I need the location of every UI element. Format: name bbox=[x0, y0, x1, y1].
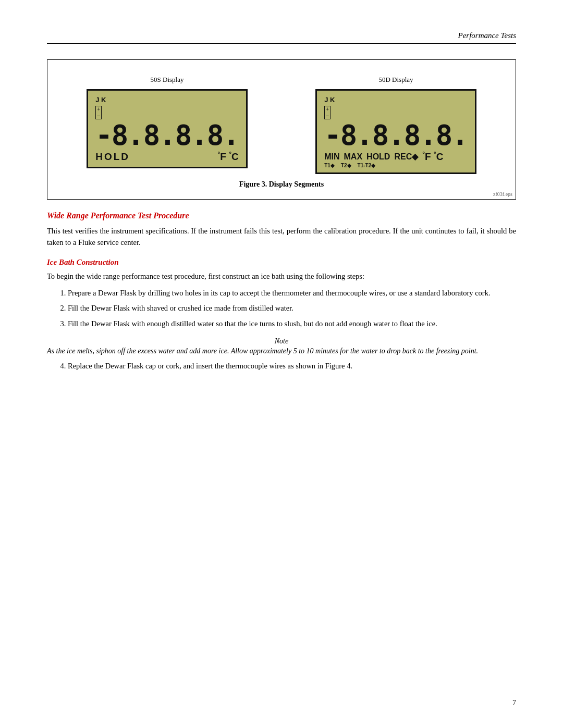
display-50d: 50D Display J K +– -8.8.8.8. MIN MAX bbox=[315, 76, 476, 174]
fc-label-50s: °F °C bbox=[218, 151, 239, 163]
step-4: Replace the Dewar Flask cap or cork, and… bbox=[68, 361, 516, 372]
display-50s: 50S Display J K +– -8.8.8.8. HOLD °F °C bbox=[87, 76, 248, 168]
top-indicators-50s: J K bbox=[95, 96, 239, 104]
t1-label: T1◆ bbox=[324, 163, 335, 168]
page-header: Performance Tests bbox=[47, 31, 516, 44]
ice-bath-steps: Prepare a Dewar Flask by drilling two ho… bbox=[68, 288, 516, 330]
fc-label-50d: °F °C bbox=[422, 151, 443, 163]
display-50s-label: 50S Display bbox=[151, 76, 184, 84]
step-2: Fill the Dewar Flask with shaved or crus… bbox=[68, 303, 516, 314]
ice-bath-section: Ice Bath Construction To begin the wide … bbox=[47, 258, 516, 372]
note-section: Note As the ice melts, siphon off the ex… bbox=[47, 337, 516, 356]
figure-ref: zf03f.eps bbox=[493, 191, 512, 197]
step-1: Prepare a Dewar Flask by drilling two ho… bbox=[68, 288, 516, 299]
page-number: 7 bbox=[512, 699, 516, 707]
min-max-row: MIN MAX HOLD REC◆ °F °C bbox=[324, 151, 443, 163]
wide-range-section: Wide Range Performance Test Procedure Th… bbox=[47, 211, 516, 249]
hold-label-50d: HOLD bbox=[366, 152, 390, 162]
step-3: Fill the Dewar Flask with enough distill… bbox=[68, 318, 516, 330]
hold-label-50s: HOLD bbox=[95, 151, 130, 163]
digits-50d: -8.8.8.8. bbox=[324, 121, 468, 150]
ice-bath-step4-list: Replace the Dewar Flask cap or cork, and… bbox=[68, 361, 516, 372]
displays-row: 50S Display J K +– -8.8.8.8. HOLD °F °C bbox=[58, 76, 505, 174]
ice-bath-heading: Ice Bath Construction bbox=[47, 258, 516, 267]
lcd-50d-panel: J K +– -8.8.8.8. MIN MAX HOLD REC◆ bbox=[315, 89, 476, 174]
top-indicators-50d: J K bbox=[324, 96, 468, 104]
digits-50s: -8.8.8.8. bbox=[95, 121, 239, 150]
rec-label: REC◆ bbox=[394, 152, 418, 162]
t1t2-label: T1-T2◆ bbox=[358, 163, 376, 168]
plusminus-50s: +– bbox=[95, 106, 102, 119]
t2-label: T2◆ bbox=[341, 163, 351, 168]
plusminus-50d: +– bbox=[324, 106, 331, 119]
display-50d-label: 50D Display bbox=[378, 76, 413, 84]
figure-container: 50S Display J K +– -8.8.8.8. HOLD °F °C bbox=[47, 59, 516, 200]
ice-bath-intro: To begin the wide range performance test… bbox=[47, 271, 516, 282]
lcd-50s-panel: J K +– -8.8.8.8. HOLD °F °C bbox=[87, 89, 248, 168]
jk-label-50d: J K bbox=[324, 96, 335, 104]
jk-label-50s: J K bbox=[95, 96, 106, 104]
wide-range-heading: Wide Range Performance Test Procedure bbox=[47, 211, 516, 220]
t-row-50d: T1◆ T2◆ T1-T2◆ bbox=[324, 163, 443, 168]
note-text: As the ice melts, siphon off the excess … bbox=[47, 346, 516, 356]
note-title: Note bbox=[47, 337, 516, 346]
plusminus-row-50d: +– bbox=[324, 106, 468, 119]
min-label: MIN bbox=[324, 152, 339, 162]
plusminus-row-50s: +– bbox=[95, 106, 239, 119]
max-label: MAX bbox=[344, 152, 363, 162]
header-title: Performance Tests bbox=[458, 31, 516, 40]
wide-range-body: This test verifies the instrument specif… bbox=[47, 226, 516, 249]
figure-caption: Figure 3. Display Segments bbox=[58, 180, 505, 189]
bottom-labels-50s: HOLD °F °C bbox=[95, 151, 239, 163]
bottom-labels-50d: MIN MAX HOLD REC◆ °F °C T1◆ T2◆ bbox=[324, 151, 468, 168]
